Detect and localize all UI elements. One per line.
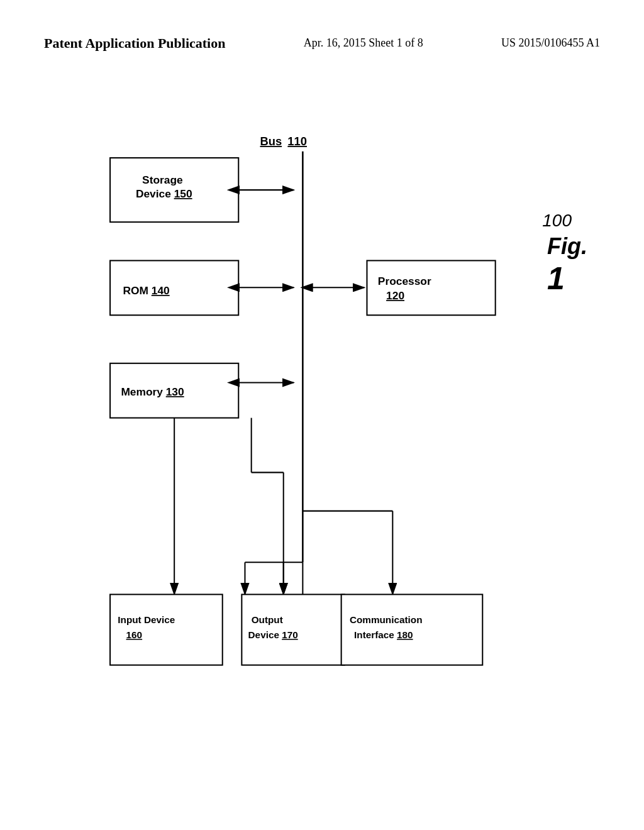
- svg-text:Input Device: Input Device: [118, 614, 175, 625]
- bus-box: Bus 110: [260, 135, 307, 148]
- svg-rect-7: [367, 260, 495, 315]
- page-header: Patent Application Publication Apr. 16, …: [0, 35, 644, 53]
- input-device-box: Input Device 160: [110, 594, 223, 665]
- block-diagram: Bus 110 Storage Device 150 ROM 140: [31, 126, 613, 736]
- publication-label: Patent Application Publication: [44, 35, 225, 53]
- svg-text:ROM 140: ROM 140: [123, 284, 169, 297]
- svg-text:Interface 180: Interface 180: [354, 629, 413, 640]
- svg-text:Communication: Communication: [350, 614, 423, 625]
- svg-text:Device 170: Device 170: [248, 629, 298, 640]
- patent-page: Patent Application Publication Apr. 16, …: [0, 0, 644, 830]
- memory-box: Memory 130: [110, 363, 238, 418]
- svg-text:Storage: Storage: [142, 174, 183, 186]
- processor-box: Processor 120: [367, 260, 495, 315]
- rom-box: ROM 140: [110, 260, 238, 315]
- svg-text:Output: Output: [252, 614, 283, 625]
- bus-label: Bus 110: [260, 135, 307, 148]
- diagram-area: Bus 110 Storage Device 150 ROM 140: [31, 126, 613, 736]
- output-device-box: Output Device 170: [242, 594, 344, 665]
- svg-text:Memory 130: Memory 130: [121, 385, 184, 398]
- comm-interface-box: Communication Interface 180: [341, 594, 483, 665]
- storage-device-box: Storage Device 150: [110, 158, 238, 222]
- patent-number-label: US 2015/0106455 A1: [501, 35, 600, 52]
- svg-text:120: 120: [386, 289, 404, 302]
- date-sheet-label: Apr. 16, 2015 Sheet 1 of 8: [304, 35, 423, 52]
- svg-text:160: 160: [126, 629, 143, 640]
- svg-text:Device 150: Device 150: [136, 187, 192, 200]
- svg-text:Processor: Processor: [378, 275, 431, 287]
